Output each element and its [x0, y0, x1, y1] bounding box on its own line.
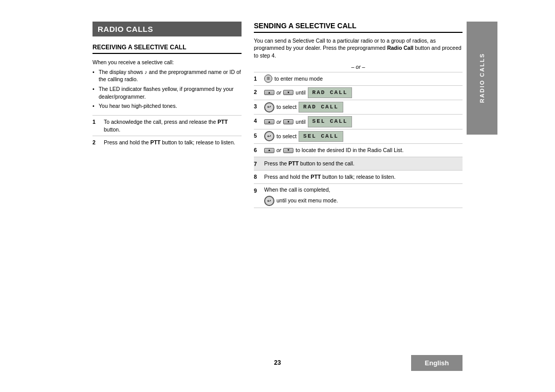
right-section-title: SENDING A SELECTIVE CALL — [254, 22, 462, 33]
or-divider: – or – — [254, 64, 462, 70]
right-intro: You can send a Selective Call to a parti… — [254, 37, 462, 60]
intro-text: When you receive a selective call: — [92, 59, 242, 65]
left-column: RADIO CALLS RECEIVING A SELECTIVE CALL W… — [92, 22, 242, 340]
r-step-6: 6 ▲ or ▼ to locate the desired ID in the… — [254, 143, 462, 157]
down-button-3: ▼ — [283, 148, 293, 153]
r-step-4: 4 ▲ or ▼ until SEL CALL — [254, 114, 462, 128]
list-item: The LED indicator flashes yellow, if pro… — [92, 85, 242, 100]
list-item: You hear two high-pitched tones. — [92, 102, 242, 110]
exit-icon — [264, 196, 274, 206]
step-2: 2 Press and hold the PTT button to talk;… — [92, 136, 242, 149]
right-steps: 1 to enter menu mode 2 ▲ o — [254, 72, 462, 208]
content-area: RADIO CALLS RECEIVING A SELECTIVE CALL W… — [92, 22, 462, 371]
section-header-text: RADIO CALLS — [98, 25, 153, 33]
step-1: 1 To acknowledge the call, press and rel… — [92, 115, 242, 136]
down-button-2: ▼ — [283, 119, 293, 124]
r-step-2: 2 ▲ or ▼ until RAD CALL — [254, 85, 462, 100]
up-button-3: ▲ — [264, 148, 274, 153]
right-column: SENDING A SELECTIVE CALL You can send a … — [254, 22, 462, 340]
r-step-7: 7 Press the PTT button to send the call. — [254, 157, 462, 170]
select-icon — [264, 102, 274, 113]
lcd-display-3: SEL CALL — [308, 116, 353, 127]
up-button: ▲ — [264, 90, 274, 95]
r-step-5: 5 to select SEL CALL — [254, 129, 462, 143]
main-content: RADIO CALLS RECEIVING A SELECTIVE CALL W… — [92, 22, 462, 340]
lcd-display-1: RAD CALL — [308, 87, 353, 98]
menu-icon — [264, 74, 272, 83]
up-button-2: ▲ — [264, 119, 274, 124]
side-tab: RADIO CALLS — [467, 22, 497, 135]
lcd-display-4: SEL CALL — [299, 131, 343, 142]
bottom-bar: 23 English — [92, 355, 462, 371]
select-icon-2 — [264, 131, 274, 141]
r-step-1: 1 to enter menu mode — [254, 72, 462, 85]
bullet-list: The display shows ♪ and the preprogramme… — [92, 68, 242, 110]
list-item: The display shows ♪ and the preprogramme… — [92, 68, 242, 83]
down-button: ▼ — [283, 90, 293, 95]
subsection-title: RECEIVING A SELECTIVE CALL — [92, 44, 242, 54]
r-step-9: 9 When the call is completed, until you … — [254, 183, 462, 208]
page-container: RADIO CALLS RECEIVING A SELECTIVE CALL W… — [0, 0, 555, 392]
left-steps: 1 To acknowledge the call, press and rel… — [92, 115, 242, 149]
subsection-title-text: RECEIVING A SELECTIVE CALL — [92, 44, 186, 51]
r-step-3: 3 to select RAD CALL — [254, 100, 462, 114]
section-header: RADIO CALLS — [92, 22, 242, 36]
side-tab-text: RADIO CALLS — [479, 53, 485, 103]
english-tab: English — [411, 355, 462, 371]
lcd-display-2: RAD CALL — [299, 102, 343, 113]
right-title-text: SENDING A SELECTIVE CALL — [254, 22, 357, 30]
page-number: 23 — [274, 359, 281, 366]
r-step-8: 8 Press and hold the PTT button to talk;… — [254, 170, 462, 183]
